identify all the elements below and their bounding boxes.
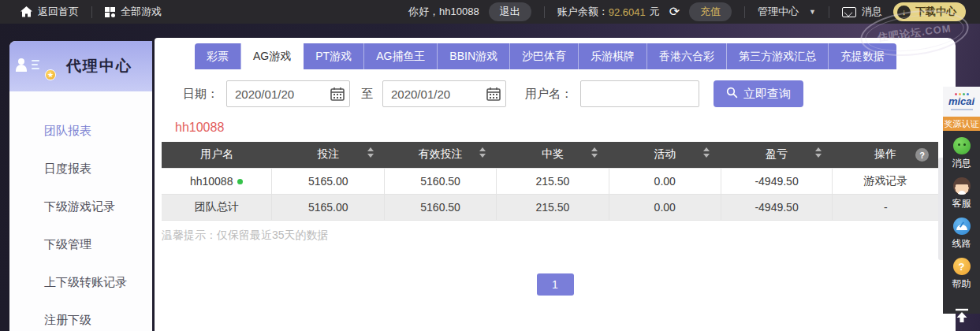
logout-button[interactable]: 退出 xyxy=(489,2,531,21)
sort-icon[interactable] xyxy=(367,147,374,158)
table-total-row: 团队总计 5165.00 5160.50 215.50 0.00 -4949.5… xyxy=(162,194,938,220)
to-label: 至 xyxy=(361,87,373,102)
all-games-label: 全部游戏 xyxy=(121,5,162,19)
float-lines-button[interactable]: 线路 xyxy=(952,218,971,251)
col-activity: 活动 xyxy=(609,142,721,168)
quick-action-column: 消息 客服 线路 ? 帮助 xyxy=(943,131,980,314)
online-dot-icon xyxy=(237,179,243,184)
col-username: 用户名 xyxy=(162,142,272,168)
prize-cert-tag[interactable]: 奖源认证 xyxy=(943,117,980,131)
search-button-label: 立即查询 xyxy=(743,87,791,102)
sidebar-item-transfer-records[interactable]: 上下级转账记录 xyxy=(9,263,152,301)
sidebar-header: ★ 代理中心 xyxy=(9,41,152,91)
micai-logo[interactable]: micai xyxy=(943,87,980,117)
cell-valid-bet: 5160.50 xyxy=(385,168,497,194)
download-icon: ↓ xyxy=(897,6,911,19)
report-table: 用户名 投注 有效投注 中奖 活动 盈亏 操作 ? hh10088 5165.0… xyxy=(162,142,938,221)
username-label: 用户名： xyxy=(525,87,572,102)
cell-activity: 0.00 xyxy=(609,168,721,194)
table-row: hh10088 5165.00 5160.50 215.50 0.00 -494… xyxy=(162,168,938,194)
cell-profit: -4949.50 xyxy=(721,168,833,194)
sidebar: ★ 代理中心 团队报表 日度报表 下级游戏记录 下级管理 上下级转账记录 注册下… xyxy=(9,41,152,331)
back-to-top-button[interactable] xyxy=(953,307,971,328)
right-float-bar: micai 奖源认证 消息 客服 线路 ? 帮助 xyxy=(943,0,980,331)
admin-center-menu[interactable]: 管理中心 ▼ xyxy=(758,5,816,19)
cell-bet: 5165.00 xyxy=(272,168,385,194)
divider xyxy=(829,6,829,18)
col-win: 中奖 xyxy=(497,142,609,168)
sidebar-title: 代理中心 xyxy=(66,56,132,76)
game-records-link[interactable]: 游戏记录 xyxy=(833,168,938,194)
tab-hk-mark6[interactable]: 香港六合彩 xyxy=(647,43,727,69)
tab-deposit-withdraw-data[interactable]: 充提数据 xyxy=(829,43,896,69)
cell-win: 215.50 xyxy=(497,194,609,220)
retention-note: 温馨提示：仅保留最近35天的数据 xyxy=(162,229,956,243)
username-input[interactable] xyxy=(580,80,699,107)
chevron-down-icon: ▼ xyxy=(809,8,816,16)
speed-gauge-icon xyxy=(953,218,971,235)
divider xyxy=(91,6,92,18)
sidebar-item-team-report[interactable]: 团队报表 xyxy=(9,112,152,150)
sort-icon[interactable] xyxy=(479,147,486,158)
col-profit: 盈亏 xyxy=(721,142,833,168)
cell-valid-bet: 5160.50 xyxy=(385,194,497,220)
float-messages-button[interactable]: 消息 xyxy=(952,137,971,170)
cell-action: - xyxy=(833,194,938,220)
all-games-button[interactable]: 全部游戏 xyxy=(105,5,162,19)
calendar-icon[interactable] xyxy=(486,87,501,103)
admin-center-label: 管理中心 xyxy=(758,5,799,19)
col-valid-bet: 有效投注 xyxy=(385,142,497,168)
messages-label: 消息 xyxy=(862,5,882,19)
pagination: 1 xyxy=(155,273,956,296)
customer-service-avatar-icon xyxy=(953,177,971,195)
sidebar-item-sub-game-records[interactable]: 下级游戏记录 xyxy=(9,188,152,225)
grid-icon xyxy=(105,7,115,17)
magnifier-icon xyxy=(726,87,738,101)
sort-icon[interactable] xyxy=(815,147,822,158)
home-icon xyxy=(20,6,32,17)
topbar: 返回首页 全部游戏 你好，hh10088 退出 账户余额： 92.6041 元 … xyxy=(0,0,980,24)
tab-pt-games[interactable]: PT游戏 xyxy=(304,43,364,69)
divider xyxy=(544,6,545,18)
sidebar-item-register-sub[interactable]: 注册下级 xyxy=(9,301,152,331)
search-button[interactable]: 立即查询 xyxy=(714,80,803,107)
sort-icon[interactable] xyxy=(703,147,710,158)
sort-icon[interactable] xyxy=(591,147,598,158)
float-customer-service-button[interactable]: 客服 xyxy=(952,177,971,210)
tab-ag-fishing[interactable]: AG捕鱼王 xyxy=(364,43,438,69)
greeting-text: 你好，hh10088 xyxy=(408,5,479,19)
filter-bar: 日期： 至 用户名： 立即查询 xyxy=(183,80,956,107)
calendar-icon[interactable] xyxy=(330,87,345,103)
tab-leyou-chess[interactable]: 乐游棋牌 xyxy=(579,43,647,69)
tab-bbin-games[interactable]: BBIN游戏 xyxy=(438,43,510,69)
recharge-button[interactable]: 充值 xyxy=(689,2,732,21)
cell-win: 215.50 xyxy=(497,168,609,194)
float-help-button[interactable]: ? 帮助 xyxy=(952,258,971,291)
tab-saba-sports[interactable]: 沙巴体育 xyxy=(510,43,579,69)
cell-bet: 5165.00 xyxy=(272,194,385,220)
refresh-icon[interactable]: ⟳ xyxy=(669,6,680,18)
table-header-row: 用户名 投注 有效投注 中奖 活动 盈亏 操作 ? xyxy=(162,142,938,168)
page-1-button[interactable]: 1 xyxy=(537,273,574,296)
messages-button[interactable]: 消息 xyxy=(842,5,882,19)
cell-username: hh10088 xyxy=(162,168,272,194)
divider xyxy=(744,6,745,18)
col-action: 操作 ? xyxy=(833,142,938,168)
main-panel: 彩票 AG游戏 PT游戏 AG捕鱼王 BBIN游戏 沙巴体育 乐游棋牌 香港六合… xyxy=(155,38,956,331)
envelope-icon xyxy=(842,7,856,17)
tab-lottery[interactable]: 彩票 xyxy=(195,43,241,69)
chat-bubble-icon xyxy=(953,137,971,154)
balance-label: 账户余额： xyxy=(557,5,609,19)
current-user-name: hh10088 xyxy=(175,121,956,135)
cell-profit: -4949.50 xyxy=(721,194,833,220)
tab-thirdparty-summary[interactable]: 第三方游戏汇总 xyxy=(727,43,829,69)
balance-value: 92.6041 xyxy=(609,6,646,18)
balance-unit: 元 xyxy=(650,5,660,19)
agent-id-card-icon: ★ xyxy=(28,54,54,78)
back-home-button[interactable]: 返回首页 xyxy=(20,5,79,19)
sidebar-item-daily-report[interactable]: 日度报表 xyxy=(9,150,152,188)
tab-ag-games[interactable]: AG游戏 xyxy=(241,43,304,69)
help-question-icon[interactable]: ? xyxy=(915,148,929,162)
game-tabs: 彩票 AG游戏 PT游戏 AG捕鱼王 BBIN游戏 沙巴体育 乐游棋牌 香港六合… xyxy=(195,43,956,69)
sidebar-item-sub-management[interactable]: 下级管理 xyxy=(9,225,152,263)
